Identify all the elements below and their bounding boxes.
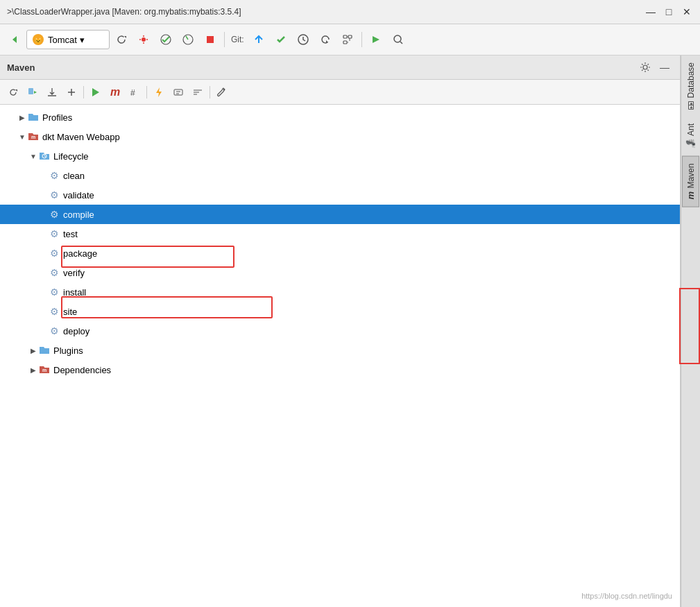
tree-item-dependencies[interactable]: ▶ m Dependencies: [0, 360, 680, 379]
ant-icon: 🐜: [686, 139, 696, 149]
tree-item-plugins[interactable]: ▶ Plugins: [0, 341, 680, 360]
test-label: test: [63, 229, 78, 239]
verify-gear-icon: ⚙: [50, 267, 59, 278]
svg-point-20: [223, 88, 225, 90]
run-terminal-button[interactable]: [366, 29, 386, 50]
toolbar-sep-1: [224, 32, 225, 47]
close-button[interactable]: ✕: [681, 6, 693, 18]
database-label: Database: [686, 62, 696, 98]
maven-add-btn[interactable]: [62, 83, 80, 101]
svg-point-13: [394, 35, 401, 42]
database-icon: 🗄: [686, 101, 696, 110]
tree-item-dkt-maven-webapp[interactable]: ▼ m dkt Maven Webapp: [0, 127, 680, 146]
maven-collapse-button[interactable]: —: [656, 59, 673, 76]
maven-collapse-all-btn[interactable]: [189, 83, 207, 101]
deploy-gear-icon: ⚙: [50, 325, 59, 336]
tree-item-test[interactable]: ▶ ⚙ test: [0, 224, 680, 243]
main-area: Maven —: [0, 55, 700, 607]
tree-item-package[interactable]: ▶ ⚙ package: [0, 243, 680, 263]
maven-tb-sep-1: [83, 86, 84, 99]
watermark: https://blog.csdn.net/lingdu: [581, 592, 672, 600]
git-remote-button[interactable]: [337, 29, 358, 50]
stop-button[interactable]: [200, 29, 221, 50]
clean-label: clean: [63, 171, 85, 181]
sidebar-tab-maven[interactable]: m Maven: [682, 156, 699, 207]
compile-label: compile: [63, 210, 94, 220]
maven-refresh-btn[interactable]: [4, 83, 22, 101]
tree-item-verify[interactable]: ▶ ⚙ verify: [0, 263, 680, 282]
minimize-button[interactable]: —: [644, 6, 657, 18]
refresh-button[interactable]: [111, 29, 132, 50]
install-label: install: [63, 287, 86, 298]
maven-sidebar-icon: m: [685, 191, 696, 200]
maven-import-btn[interactable]: [24, 83, 42, 101]
tree-item-clean[interactable]: ▶ ⚙ clean: [0, 166, 680, 185]
dependencies-folder-icon: m: [39, 364, 50, 376]
maven-header: Maven —: [0, 55, 680, 80]
search-everywhere-button[interactable]: [388, 29, 409, 50]
validate-gear-icon: ⚙: [50, 189, 59, 200]
svg-text:🐱: 🐱: [35, 37, 42, 44]
git-rollback-button[interactable]: [315, 29, 336, 50]
maven-toolbar: m #: [0, 80, 680, 105]
back-button[interactable]: [4, 29, 25, 50]
svg-rect-10: [348, 35, 352, 38]
maven-toggle-btn[interactable]: #: [126, 83, 144, 101]
plugins-label: Plugins: [53, 345, 83, 356]
svg-point-3: [142, 37, 146, 42]
compile-gear-icon: ⚙: [50, 209, 59, 220]
svg-rect-11: [343, 41, 347, 44]
debug-button[interactable]: [133, 29, 154, 50]
profiles-folder-icon: [28, 112, 39, 123]
sidebar-tab-database[interactable]: 🗄 Database: [683, 55, 699, 117]
git-history-button[interactable]: [293, 29, 314, 50]
profiles-label: Profiles: [42, 112, 72, 123]
svg-marker-2: [124, 36, 126, 38]
validate-label: validate: [63, 190, 94, 200]
tomcat-dropdown[interactable]: 🐱 Tomcat ▾: [26, 30, 110, 49]
maven-settings-button[interactable]: [637, 59, 654, 76]
git-commit-button[interactable]: [271, 29, 291, 50]
lifecycle-arrow: ▼: [28, 151, 39, 162]
test-gear-icon: ⚙: [50, 228, 59, 239]
svg-marker-8: [326, 40, 328, 42]
dkt-arrow: ▼: [17, 131, 28, 142]
lifecycle-folder-icon: [39, 151, 50, 162]
svg-text:m: m: [31, 135, 35, 139]
maven-lightning-btn[interactable]: [150, 83, 168, 101]
site-gear-icon: ⚙: [50, 306, 59, 317]
profiles-arrow: ▶: [17, 112, 28, 123]
tree-item-compile[interactable]: ▶ ⚙ compile: [0, 205, 680, 224]
main-toolbar: 🐱 Tomcat ▾ Git:: [0, 24, 700, 55]
maven-header-icons: —: [637, 59, 673, 76]
maximize-button[interactable]: □: [663, 6, 675, 18]
sidebar-tab-ant[interactable]: 🐜 Ant: [683, 117, 699, 156]
maven-skip-tests-btn[interactable]: [169, 83, 187, 101]
maven-m-btn[interactable]: m: [106, 83, 124, 101]
svg-rect-15: [28, 88, 33, 94]
tree-item-lifecycle[interactable]: ▼ Lifecycle: [0, 146, 680, 166]
install-gear-icon: ⚙: [50, 287, 59, 298]
clean-gear-icon: ⚙: [50, 170, 59, 181]
maven-download-btn[interactable]: [43, 83, 61, 101]
dependencies-label: Dependencies: [53, 365, 111, 375]
tree-item-install[interactable]: ▶ ⚙ install: [0, 282, 680, 302]
maven-wrench-btn[interactable]: [213, 83, 231, 101]
package-label: package: [63, 248, 97, 259]
profiler-button[interactable]: [178, 29, 198, 50]
svg-marker-18: [156, 87, 162, 97]
tomcat-icon: 🐱: [31, 33, 45, 46]
maven-run-btn[interactable]: [87, 83, 105, 101]
coverage-button[interactable]: [155, 29, 176, 50]
svg-rect-19: [174, 89, 182, 95]
package-gear-icon: ⚙: [50, 248, 59, 259]
dkt-maven-webapp-label: dkt Maven Webapp: [42, 132, 120, 142]
tree-item-profiles[interactable]: ▶ Profiles: [0, 108, 680, 127]
tree-item-validate[interactable]: ▶ ⚙ validate: [0, 185, 680, 205]
title-controls: — □ ✕: [644, 6, 693, 18]
git-push-button[interactable]: [248, 29, 269, 50]
title-text: >\ClassLoaderWrapper.java [Maven: org.my…: [7, 7, 241, 17]
tree-item-deploy[interactable]: ▶ ⚙ deploy: [0, 321, 680, 341]
tomcat-dropdown-arrow: ▾: [80, 35, 85, 45]
tree-item-site[interactable]: ▶ ⚙ site: [0, 302, 680, 321]
